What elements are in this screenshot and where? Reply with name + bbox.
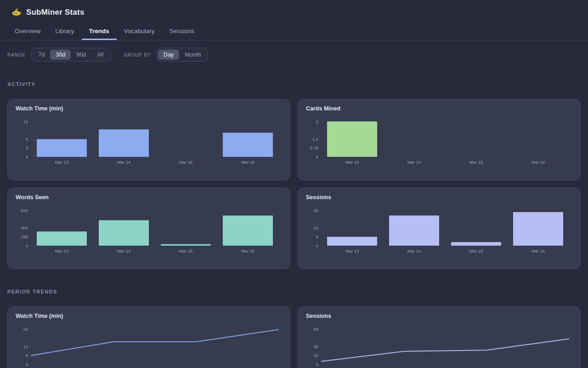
svg-text:12: 12 <box>23 344 28 349</box>
chart-title: Watch Time (min) <box>16 313 63 319</box>
svg-text:Mar 14: Mar 14 <box>117 248 131 253</box>
svg-text:Mar 15: Mar 15 <box>179 248 193 253</box>
tab-vocabulary[interactable]: Vocabulary <box>117 22 162 40</box>
svg-text:Mar 14: Mar 14 <box>407 160 421 165</box>
svg-text:0: 0 <box>316 155 318 160</box>
app-window: SubMiner Stats Overview Library Trends V… <box>0 0 588 368</box>
section-divider <box>42 84 581 85</box>
chart-card-cards-mined: 31.50.750Mar 13Mar 14Mar 15Mar 16 Cards … <box>298 99 581 180</box>
svg-text:0: 0 <box>26 155 28 160</box>
chart-card-sessions-daily: 201050Mar 13Mar 14Mar 15Mar 16 Sessions <box>298 188 581 269</box>
svg-text:300: 300 <box>21 225 28 230</box>
svg-text:5: 5 <box>316 234 318 239</box>
chart-title: Watch Time (min) <box>16 105 63 112</box>
section-header-period-trends: PERIOD TRENDS <box>7 288 581 295</box>
period-trends-chart-grid: 241260 Watch Time (min) 6030150 Sessions <box>7 306 581 368</box>
group-by-label: GROUP BY <box>124 52 151 58</box>
svg-text:Mar 16: Mar 16 <box>531 160 545 165</box>
bar-chart-sessions: 201050Mar 13Mar 14Mar 15Mar 16 <box>298 188 578 269</box>
tab-sessions[interactable]: Sessions <box>162 22 202 40</box>
svg-text:Mar 16: Mar 16 <box>241 248 255 253</box>
svg-text:0: 0 <box>26 362 28 367</box>
app-header: SubMiner Stats <box>0 0 588 18</box>
section-divider <box>64 292 581 292</box>
svg-text:Mar 13: Mar 13 <box>345 160 359 165</box>
svg-text:6: 6 <box>26 137 28 142</box>
tab-overview[interactable]: Overview <box>7 22 48 40</box>
svg-text:Mar 16: Mar 16 <box>531 248 545 253</box>
svg-text:Mar 13: Mar 13 <box>55 248 69 253</box>
chart-card-watch-time-trend: 241260 Watch Time (min) <box>7 306 290 368</box>
range-label: RANGE <box>7 52 26 58</box>
chart-title: Words Seen <box>16 194 49 201</box>
svg-text:Mar 15: Mar 15 <box>469 160 483 165</box>
line-chart-sessions: 6030150 <box>298 307 578 368</box>
svg-text:Mar 14: Mar 14 <box>407 248 421 253</box>
activity-chart-grid: 12630Mar 13Mar 14Mar 15Mar 16 Watch Time… <box>7 99 581 269</box>
svg-text:24: 24 <box>23 327 28 332</box>
submarine-icon <box>12 8 21 17</box>
svg-text:6: 6 <box>26 353 28 358</box>
svg-text:0: 0 <box>26 243 28 248</box>
svg-text:600: 600 <box>21 208 28 213</box>
svg-text:10: 10 <box>313 225 318 230</box>
tab-trends[interactable]: Trends <box>82 22 117 40</box>
svg-text:3: 3 <box>316 119 318 124</box>
svg-text:0: 0 <box>316 243 318 248</box>
svg-text:15: 15 <box>313 353 318 358</box>
range-option-90d[interactable]: 90d <box>71 50 91 60</box>
svg-text:Mar 14: Mar 14 <box>117 160 131 165</box>
filter-bar: RANGE 7d 30d 90d All GROUP BY Day Month <box>7 48 581 62</box>
tab-library[interactable]: Library <box>48 22 81 40</box>
range-option-30d[interactable]: 30d <box>50 50 71 60</box>
svg-text:Mar 13: Mar 13 <box>345 248 359 253</box>
svg-text:Mar 15: Mar 15 <box>179 160 193 165</box>
range-option-7d[interactable]: 7d <box>33 50 51 60</box>
group-by-option-day[interactable]: Day <box>158 50 179 60</box>
chart-card-sessions-trend: 6030150 Sessions <box>298 306 581 368</box>
svg-text:20: 20 <box>313 208 318 213</box>
chart-title: Sessions <box>306 194 331 201</box>
chart-card-words-seen: 6003001500Mar 13Mar 14Mar 15Mar 16 Words… <box>7 188 290 269</box>
chart-title: Sessions <box>306 313 331 319</box>
section-title: ACTIVITY <box>7 81 35 87</box>
svg-text:0: 0 <box>316 362 318 367</box>
svg-text:30: 30 <box>313 344 318 349</box>
chart-title: Cards Mined <box>306 105 340 112</box>
svg-text:150: 150 <box>21 234 28 239</box>
tab-bar: Overview Library Trends Vocabulary Sessi… <box>0 22 588 40</box>
range-segmented-control: 7d 30d 90d All <box>31 48 111 62</box>
svg-text:Mar 16: Mar 16 <box>241 160 255 165</box>
group-by-option-month[interactable]: Month <box>179 50 206 60</box>
svg-text:3: 3 <box>26 145 28 150</box>
group-by-segmented-control: Day Month <box>156 48 208 62</box>
svg-text:Mar 13: Mar 13 <box>55 160 69 165</box>
svg-text:0.75: 0.75 <box>310 145 319 150</box>
section-header-activity: ACTIVITY <box>7 81 581 87</box>
range-option-all[interactable]: All <box>91 50 109 60</box>
app-title: SubMiner Stats <box>26 8 85 17</box>
svg-text:1.5: 1.5 <box>312 137 318 142</box>
section-title: PERIOD TRENDS <box>7 289 57 294</box>
svg-text:Mar 15: Mar 15 <box>469 248 483 253</box>
svg-text:60: 60 <box>313 327 318 332</box>
bar-chart-words-seen: 6003001500Mar 13Mar 14Mar 15Mar 16 <box>8 188 288 269</box>
svg-text:12: 12 <box>23 119 28 124</box>
chart-card-watch-time-daily: 12630Mar 13Mar 14Mar 15Mar 16 Watch Time… <box>7 99 290 180</box>
